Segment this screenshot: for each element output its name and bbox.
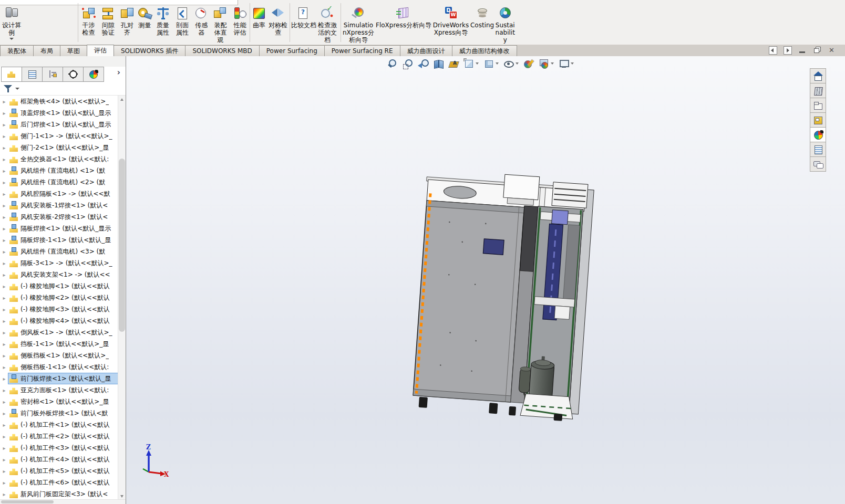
task-pane-tab[interactable] (810, 112, 826, 128)
scroll-down-arrow-icon[interactable] (118, 492, 126, 500)
tree-item-body[interactable]: 隔板-3<1> -> (默认<<默认>_ (8, 258, 119, 268)
tree-item[interactable]: 倒风板<1> -> (默认<<默认>_ (0, 327, 119, 338)
manager-tab[interactable] (1, 67, 22, 82)
tree-horizontal-scrollbar[interactable] (0, 499, 126, 504)
tree-item-body[interactable]: 风机安装板-1焊接<1> (默认< (8, 200, 119, 211)
expand-arrow-icon[interactable] (0, 191, 8, 197)
tree-item-body[interactable]: 风机安装板-2焊接<1> (默认< (8, 212, 119, 222)
tree-item-body[interactable]: (-) 橡胶地脚<2> (默认<<默认 (8, 292, 119, 303)
expand-arrow-icon[interactable] (0, 145, 8, 151)
tree-item-body[interactable]: 密封棉<1> (默认<<默认>_显 (8, 396, 119, 407)
tree-item-body[interactable]: 侧板挡板<1> (默认<<默认>_ (8, 350, 119, 361)
tree-item[interactable]: (-) 橡胶地脚<3> (默认<<默认 (0, 303, 119, 315)
tree-item-body[interactable]: 前门板焊接<1> (默认<默认_显 (8, 373, 119, 384)
ribbon-button[interactable]: 曲率 (251, 5, 267, 30)
tree-item-body[interactable]: 隔板焊接<1> (默认<默认_显示 (8, 223, 119, 234)
graphics-viewport[interactable]: Z X (126, 56, 845, 504)
tree-item[interactable]: 前门板外板焊接<1> (默认<默 (0, 407, 119, 419)
expand-arrow-icon[interactable] (0, 180, 8, 185)
ribbon-button[interactable]: 孔对齐 (118, 5, 136, 37)
expand-arrow-icon[interactable] (0, 110, 8, 116)
tree-item-body[interactable]: (-) 机加工件<4> (默认<<默认 (8, 454, 119, 465)
model-display-panel[interactable] (483, 239, 504, 255)
ribbon-button[interactable]: 剖面属性 (173, 5, 192, 37)
expand-arrow-icon[interactable] (0, 353, 8, 359)
tree-item-body[interactable]: (-) 机加工件<6> (默认<<默认 (8, 477, 119, 488)
expand-arrow-icon[interactable] (0, 457, 8, 463)
tree-item-body[interactable]: (-) 机加工件<5> (默认<<默认 (8, 466, 119, 476)
tree-item[interactable]: (-) 机加工件<5> (默认<<默认 (0, 465, 119, 477)
task-pane-tab[interactable] (810, 68, 826, 83)
tree-item-body[interactable]: (-) 机加工件<1> (默认<<默认 (8, 419, 119, 430)
tree-item[interactable]: 侧门-2<1> (默认<<默认>_显 (0, 142, 119, 153)
tree-item[interactable]: 风机组件 (直流电机) <1> (默 (0, 165, 119, 176)
tree-item[interactable]: 顶盖焊接<1> (默认<默认_显示 (0, 107, 119, 119)
expand-arrow-icon[interactable] (0, 284, 8, 289)
tree-item-body[interactable]: 新风前门板固定架<3> (默认< (8, 489, 119, 499)
ribbon-button[interactable]: Sustainability (494, 5, 516, 45)
ribbon-button[interactable]: SimulationXpress分析向导 (342, 5, 375, 45)
tree-item[interactable]: (-) 机加工件<6> (默认<<默认 (0, 477, 119, 488)
ribbon-button[interactable]: 干涉检查 (79, 5, 98, 37)
document-tab[interactable]: 评估 (87, 45, 114, 56)
expand-arrow-icon[interactable] (0, 491, 8, 497)
ribbon-button[interactable]: 装配体直观 (211, 5, 230, 45)
expand-arrow-icon[interactable] (0, 330, 8, 335)
ribbon-button[interactable]: Costing (470, 5, 494, 30)
tree-item-body[interactable]: 风机组件 (直流电机) <1> (默 (8, 165, 119, 176)
restore-icon[interactable] (812, 46, 822, 55)
tree-item[interactable]: 风机安装板-2焊接<1> (默认< (0, 211, 119, 223)
expand-arrow-icon[interactable] (0, 376, 8, 382)
tree-item[interactable]: 风机组件 (直流电机) <3> (默 (0, 246, 119, 257)
ribbon-button[interactable]: 对称检查 (267, 5, 288, 37)
document-tab[interactable]: SOLIDWORKS 插件 (114, 45, 186, 56)
document-tab[interactable]: 威力曲面设计 (400, 45, 452, 56)
expand-arrow-icon[interactable] (0, 295, 8, 301)
expand-arrow-icon[interactable] (0, 468, 8, 474)
expand-arrow-icon[interactable] (0, 226, 8, 232)
tree-item-body[interactable]: 风机组件 (直流电机) <3> (默 (8, 246, 119, 257)
expand-arrow-icon[interactable] (0, 364, 8, 370)
tree-item-body[interactable]: (-) 橡胶地脚<1> (默认<<默认 (8, 281, 119, 291)
dropdown-arrow-icon[interactable] (9, 38, 14, 40)
expand-arrow-icon[interactable] (0, 214, 8, 220)
manager-tab[interactable] (83, 67, 104, 82)
tree-item[interactable]: 侧板挡板<1> (默认<<默认>_ (0, 350, 119, 361)
expand-arrow-icon[interactable] (0, 399, 8, 405)
tree-item[interactable]: 挡板-1<1> (默认<<默认>_显 (0, 338, 119, 350)
ribbon-button[interactable]: 性能评估 (230, 5, 250, 37)
tree-item[interactable]: 隔板焊接-1<1> (默认<默认_显 (0, 234, 119, 246)
tree-item[interactable]: (-) 机加工件<1> (默认<<默认 (0, 419, 119, 430)
minimize-icon[interactable] (798, 46, 807, 55)
tree-item[interactable]: (-) 橡胶地脚<4> (默认<<默认 (0, 315, 119, 327)
tree-item[interactable]: 隔板-3<1> -> (默认<<默认>_ (0, 257, 119, 269)
tree-item[interactable]: 密封棉<1> (默认<<默认>_显 (0, 396, 119, 407)
task-pane-tab[interactable] (810, 142, 826, 157)
tree-item[interactable]: 后门焊接<1> (默认<默认_显示 (0, 119, 119, 130)
tree-item-body[interactable]: 后门焊接<1> (默认<默认_显示 (8, 119, 119, 130)
tree-item-body[interactable]: 顶盖焊接<1> (默认<默认_显示 (8, 108, 119, 118)
ribbon-button[interactable]: 传感器 (192, 5, 211, 37)
ribbon-button[interactable]: 设计算例 (1, 5, 22, 41)
document-tab[interactable]: 布局 (33, 45, 60, 56)
tree-item[interactable]: (-) 机加工件<4> (默认<<默认 (0, 454, 119, 465)
expand-arrow-icon[interactable] (0, 99, 8, 104)
expand-arrow-icon[interactable] (0, 318, 8, 324)
tree-item-body[interactable]: 全热交换器<1> (默认<<默认: (8, 154, 119, 164)
expand-arrow-icon[interactable] (0, 445, 8, 451)
document-tab[interactable]: Power Surfacing RE (324, 45, 400, 56)
tree-item[interactable]: 侧门-1<1> -> (默认<<默认>_ (0, 130, 119, 142)
expand-arrow-icon[interactable] (0, 480, 8, 486)
tree-item-body[interactable]: 风机腔隔板<1> -> (默认<<默 (8, 188, 119, 199)
tree-item[interactable]: 前门板焊接<1> (默认<默认_显 (0, 373, 119, 384)
tree-item[interactable]: 风机安装板-1焊接<1> (默认< (0, 200, 119, 211)
task-pane-tab[interactable] (810, 83, 826, 98)
scroll-up-arrow-icon[interactable] (118, 96, 126, 103)
expand-arrow-icon[interactable] (0, 168, 8, 174)
3d-model-cabinet[interactable]: Z X (126, 56, 845, 504)
tree-item[interactable]: 全热交换器<1> (默认<<默认: (0, 153, 119, 165)
task-pane-tab[interactable] (810, 98, 826, 113)
ribbon-button[interactable]: 质量属性 (153, 5, 172, 37)
expand-arrow-icon[interactable] (0, 260, 8, 266)
tree-item[interactable]: 侧板挡板-1<1> (默认<<默认: (0, 361, 119, 373)
